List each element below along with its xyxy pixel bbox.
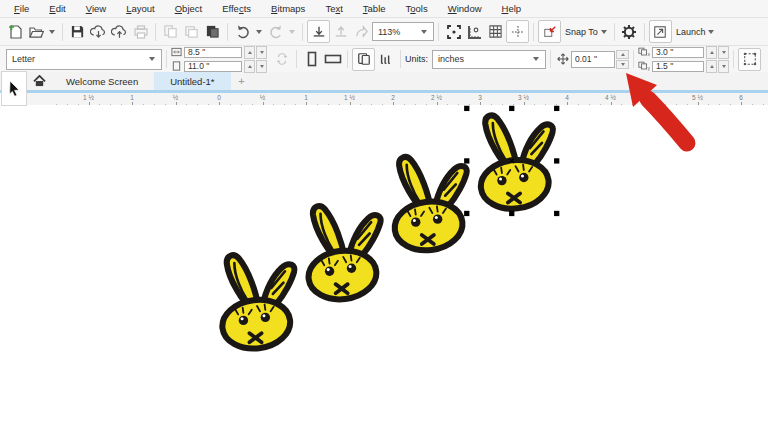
launch-label[interactable]: Launch — [676, 27, 706, 37]
ruler-label: 1 — [130, 94, 134, 101]
selection-handle[interactable] — [509, 211, 514, 216]
menu-effects[interactable]: Effects — [212, 2, 261, 16]
separator — [227, 23, 228, 41]
swap-dimensions-icon-disabled[interactable] — [271, 49, 292, 70]
landscape-orientation-icon[interactable] — [322, 49, 343, 70]
menu-edit[interactable]: Edit — [39, 2, 75, 16]
options-gear-icon[interactable] — [619, 21, 640, 42]
all-pages-icon[interactable] — [352, 48, 375, 71]
redo-icon-disabled[interactable] — [265, 21, 286, 42]
bunny-object-4[interactable] — [478, 115, 553, 212]
selection-handle[interactable] — [464, 106, 469, 111]
separator — [347, 50, 348, 68]
new-document-tab-button[interactable]: + — [231, 72, 253, 90]
menu-object[interactable]: Object — [165, 2, 212, 16]
ruler-label: 4 ½ — [605, 94, 616, 101]
save-icon[interactable] — [67, 21, 88, 42]
new-document-icon[interactable] — [4, 21, 25, 42]
units-caret — [533, 57, 539, 61]
separator — [438, 23, 439, 41]
duplicate-icon-disabled[interactable] — [181, 21, 202, 42]
export-icon-disabled[interactable] — [330, 21, 351, 42]
open-dropdown-caret[interactable] — [49, 30, 55, 34]
separator — [302, 23, 303, 41]
document-tab-bar: Welcome Screen Untitled-1* + — [0, 72, 768, 93]
ruler-label: 1 ½ — [344, 94, 355, 101]
separator — [633, 50, 634, 68]
page-width-value: 8.5 " — [188, 47, 205, 57]
pick-tool-button[interactable] — [1, 71, 27, 106]
selection-handle[interactable] — [554, 106, 559, 111]
print-icon-disabled[interactable] — [130, 21, 151, 42]
page-height-value: 11.0 " — [188, 61, 209, 71]
selection-handle[interactable] — [464, 158, 469, 163]
menu-help[interactable]: Help — [492, 2, 532, 16]
snap-toggle-icon[interactable] — [538, 20, 561, 43]
duplicate-distance-x-field[interactable]: 3.0 " — [652, 47, 704, 58]
menu-view[interactable]: View — [76, 2, 116, 16]
snap-to-label[interactable]: Snap To — [565, 27, 598, 37]
redo-dropdown-caret-disabled[interactable] — [289, 30, 295, 34]
launch-icon[interactable] — [649, 20, 672, 43]
tab-welcome-screen[interactable]: Welcome Screen — [50, 72, 154, 90]
drawing-canvas[interactable] — [0, 105, 768, 430]
bunny-object-1[interactable] — [220, 255, 295, 352]
treat-as-filled-icon[interactable] — [738, 48, 761, 71]
page-width-field[interactable]: 8.5 " — [184, 47, 242, 58]
tab-untitled-1[interactable]: Untitled-1* — [154, 72, 230, 90]
selection-handle[interactable] — [554, 158, 559, 163]
bunny-object-2[interactable] — [306, 206, 381, 303]
ruler-label: 5 — [652, 94, 656, 101]
home-icon[interactable] — [28, 72, 50, 90]
page-height-spinners[interactable] — [244, 60, 267, 73]
show-grid-icon[interactable] — [485, 21, 506, 42]
ruler-label: 6 — [739, 94, 743, 101]
page-width-spinners[interactable] — [244, 46, 267, 59]
units-select[interactable]: inches — [432, 50, 546, 69]
bunny-object-3[interactable] — [392, 157, 467, 254]
open-icon[interactable] — [25, 21, 46, 42]
zoom-level-combobox[interactable]: 113% — [372, 22, 434, 41]
tab-untitled-1-label: Untitled-1* — [170, 76, 214, 87]
snap-to-caret[interactable] — [601, 30, 607, 34]
show-rulers-icon[interactable] — [464, 21, 485, 42]
cloud-download-icon[interactable] — [88, 21, 109, 42]
standard-toolbar: 113% Snap To Launch — [0, 17, 768, 45]
menu-file[interactable]: File — [4, 2, 39, 16]
page-height-icon — [171, 61, 182, 71]
portrait-orientation-icon[interactable] — [301, 49, 322, 70]
menu-text[interactable]: Text — [315, 2, 352, 16]
copy-icon-disabled[interactable] — [160, 21, 181, 42]
nudge-distance-icon — [555, 49, 571, 70]
nudge-spinners[interactable] — [616, 50, 629, 69]
share-icon-disabled[interactable] — [351, 21, 372, 42]
page-height-field[interactable]: 11.0 " — [184, 61, 242, 72]
show-guidelines-icon[interactable] — [506, 20, 529, 43]
launch-caret[interactable] — [708, 30, 714, 34]
paste-icon[interactable] — [202, 21, 223, 42]
duplicate-x-spinners[interactable] — [706, 46, 729, 59]
page-dimensions-group: 8.5 " 11.0 " — [171, 46, 267, 73]
selection-handle[interactable] — [509, 106, 514, 111]
cloud-upload-icon[interactable] — [109, 21, 130, 42]
duplicate-distance-y-field[interactable]: 1.5 " — [652, 61, 704, 72]
menu-bar: FileEditViewLayoutObjectEffectsBitmapsTe… — [0, 0, 768, 17]
undo-dropdown-caret[interactable] — [256, 30, 262, 34]
selection-handle[interactable] — [554, 211, 559, 216]
current-page-icon[interactable] — [375, 49, 396, 70]
menu-window[interactable]: Window — [438, 2, 492, 16]
separator — [733, 50, 734, 68]
import-icon[interactable] — [307, 20, 330, 43]
menu-layout[interactable]: Layout — [116, 2, 165, 16]
selection-handle[interactable] — [464, 211, 469, 216]
duplicate-y-spinners[interactable] — [706, 60, 729, 73]
new-tab-plus-icon: + — [238, 75, 244, 87]
menu-table[interactable]: Table — [353, 2, 396, 16]
menu-tools[interactable]: Tools — [396, 2, 438, 16]
menu-bitmaps[interactable]: Bitmaps — [261, 2, 315, 16]
fullscreen-preview-icon[interactable] — [443, 21, 464, 42]
nudge-distance-field[interactable]: 0.01 " — [571, 51, 615, 68]
units-label: Units: — [405, 54, 428, 64]
page-size-preset-select[interactable]: Letter — [6, 49, 162, 70]
undo-icon[interactable] — [232, 21, 253, 42]
